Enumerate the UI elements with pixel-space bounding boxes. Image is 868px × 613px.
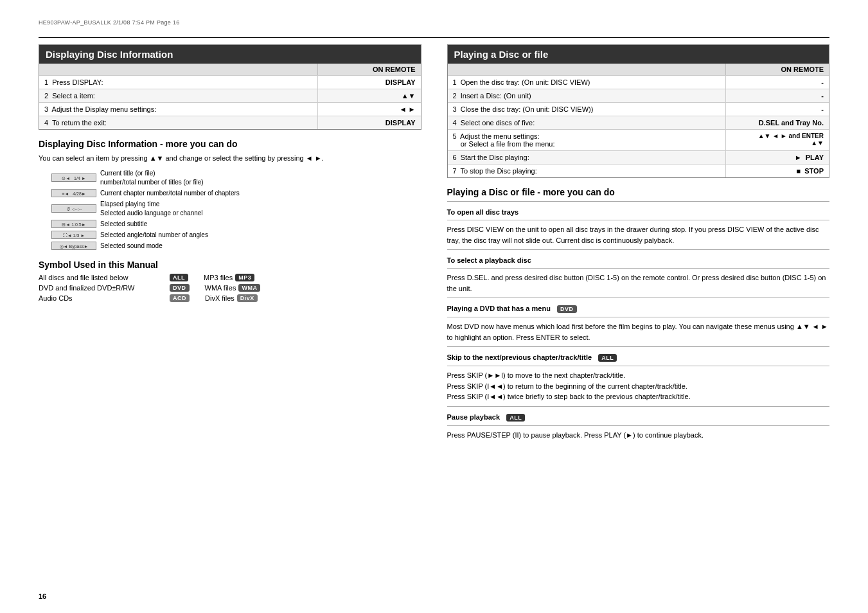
pause-title: Pause playback ALL <box>447 413 830 422</box>
r-step-row-5: 5 Adjust the menu settings: or Select a … <box>448 129 829 150</box>
angle-icon: ⛶◄ 1/3 ► <box>51 231 96 239</box>
r-step-7-text: 7 To stop the Disc playing: <box>448 164 727 177</box>
r-step-1-remote: - <box>726 76 829 89</box>
symbol-text-3: Audio CDs <box>39 294 167 302</box>
skip-title: Skip to the next/previous chapter/track/… <box>447 353 830 362</box>
step-1-remote: DISPLAY <box>318 76 421 89</box>
skip-text: Press SKIP (►►I) to move to the next cha… <box>447 370 830 402</box>
displaying-more-title: Displaying Disc Information - more you c… <box>39 139 421 149</box>
displaying-disc-info-title: Displaying Disc Information <box>46 49 173 60</box>
symbol-text-wma: WMA files <box>205 284 236 292</box>
divider-3 <box>447 249 830 250</box>
badge-all-inline: ALL <box>598 354 617 362</box>
icon-desc-4: Selected subtitle <box>100 220 147 229</box>
display-icons: ⊙◄ 1/4 ► Current title (or file)number/t… <box>51 169 421 251</box>
symbol-title: Symbol Used in this Manual <box>39 260 421 270</box>
header-line: HE903PAW-AP_BUSALLK 2/1/08 7:54 PM Page … <box>39 19 829 26</box>
subtitle-icon: ⊟◄ 1:0:5► <box>51 220 96 228</box>
icon-row-1: ⊙◄ 1/4 ► Current title (or file)number/t… <box>51 169 421 187</box>
sound-icon: ◎◄ Bypass► <box>51 242 96 250</box>
step-2-text: 2 Select a item: <box>39 89 318 102</box>
divider-7 <box>447 346 830 347</box>
badge-all: ALL <box>170 274 188 281</box>
open-all-trays-text: Press DISC VIEW on the unit to open all … <box>447 224 830 245</box>
r-step-row-4: 4 Select one discs of five: D.SEL and Tr… <box>448 116 829 129</box>
disc-title-icon: ⊙◄ 1/4 ► <box>51 173 96 182</box>
pause-text: Press PAUSE/STEP (II) to pause playback.… <box>447 430 830 441</box>
r-step-6-remote: ► PLAY <box>726 151 829 164</box>
r-step-row-3: 3 Close the disc tray: (On unit: DISC VI… <box>448 102 829 116</box>
badge-dvd: DVD <box>170 284 190 292</box>
divider-6 <box>447 317 830 317</box>
badge-acd: ACD <box>170 294 190 302</box>
select-playback-title: To select a playback disc <box>447 256 830 264</box>
r-step-row-2: 2 Insert a Disc: (On unit) - <box>448 89 829 102</box>
step-2-remote: ▲▼ <box>318 89 421 102</box>
step-1-text: 1 Press DISPLAY: <box>39 76 318 89</box>
symbol-text-2: DVD and finalized DVD±R/RW <box>39 284 167 292</box>
select-playback-text: Press D.SEL. and press desired disc butt… <box>447 272 830 294</box>
symbol-row-3: Audio CDs ACD DivX files DivX <box>39 294 421 302</box>
r-step-row-6: 6 Start the Disc playing: ► PLAY <box>448 150 829 164</box>
right-column: Playing a Disc or file ON REMOTE 1 Open … <box>447 44 830 444</box>
r-step-4-remote: D.SEL and Tray No. <box>726 116 829 129</box>
symbol-text-mp3: MP3 files <box>204 274 233 281</box>
step-row-3: 3 Adjust the Display menu settings: ◄ ► <box>39 102 421 116</box>
open-all-trays-title: To open all disc trays <box>447 208 830 216</box>
step-row-2: 2 Select a item: ▲▼ <box>39 89 421 102</box>
badge-divx: DivX <box>237 294 258 302</box>
step-col-header-r <box>448 64 727 75</box>
step-row-1: 1 Press DISPLAY: DISPLAY <box>39 75 421 89</box>
left-column: Displaying Disc Information ON REMOTE 1 … <box>39 44 421 444</box>
divider-8 <box>447 366 830 366</box>
top-border <box>39 37 829 38</box>
icon-desc-3: Elapsed playing timeSelected audio langu… <box>100 200 203 218</box>
badge-mp3: MP3 <box>235 274 254 281</box>
badge-wma: WMA <box>238 284 260 292</box>
icon-desc-2: Current chapter number/total number of c… <box>100 189 240 198</box>
symbol-section: Symbol Used in this Manual All discs and… <box>39 260 421 302</box>
playing-disc-title: Playing a Disc or file <box>454 49 549 60</box>
page-container: HE903PAW-AP_BUSALLK 2/1/08 7:54 PM Page … <box>0 0 868 613</box>
icon-row-6: ◎◄ Bypass► Selected sound mode <box>51 242 421 251</box>
r-step-row-1: 1 Open the disc tray: (On unit: DISC VIE… <box>448 75 829 89</box>
icon-row-5: ⛶◄ 1/3 ► Selected angle/total number of … <box>51 231 421 240</box>
divider-9 <box>447 406 830 407</box>
chapter-icon: ≡◄ 4/28► <box>51 189 96 197</box>
symbol-text-divx: DivX files <box>205 294 235 302</box>
displaying-disc-info-header: Displaying Disc Information <box>39 45 421 64</box>
on-remote-header-left: ON REMOTE <box>39 64 421 75</box>
step-col-header <box>39 64 318 75</box>
r-step-2-text: 2 Insert a Disc: (On unit) <box>448 89 727 102</box>
step-3-text: 3 Adjust the Display menu settings: <box>39 103 318 116</box>
step-row-4: 4 To return the exit: DISPLAY <box>39 116 421 129</box>
divider-5 <box>447 298 830 298</box>
icon-desc-6: Selected sound mode <box>100 242 163 251</box>
displaying-intro: You can select an item by pressing ▲▼ an… <box>39 153 421 164</box>
r-step-2-remote: - <box>726 89 829 102</box>
dvd-menu-text: Most DVD now have menus which load first… <box>447 321 830 342</box>
on-remote-header-right: ON REMOTE <box>448 64 829 75</box>
r-step-3-remote: - <box>726 103 829 116</box>
page-number: 16 <box>39 592 46 600</box>
r-step-6-text: 6 Start the Disc playing: <box>448 151 727 164</box>
divider-10 <box>447 425 830 426</box>
remote-col-header-r: ON REMOTE <box>726 64 829 75</box>
dvd-menu-title: Playing a DVD that has a menu DVD <box>447 305 830 313</box>
badge-dvd-inline: DVD <box>557 305 577 313</box>
playing-disc-header: Playing a Disc or file <box>448 45 829 64</box>
two-col-layout: Displaying Disc Information ON REMOTE 1 … <box>39 44 829 444</box>
symbol-text-1: All discs and file listed below <box>39 274 167 281</box>
symbol-row-1: All discs and file listed below ALL MP3 … <box>39 274 421 281</box>
r-step-1-text: 1 Open the disc tray: (On unit: DISC VIE… <box>448 76 727 89</box>
icon-row-2: ≡◄ 4/28► Current chapter number/total nu… <box>51 189 421 198</box>
r-step-5-text: 5 Adjust the menu settings: or Select a … <box>448 130 727 150</box>
icon-row-3: ⏱ -:--:-- Elapsed playing timeSelected a… <box>51 200 421 218</box>
step-3-remote: ◄ ► <box>318 103 421 116</box>
step-4-text: 4 To return the exit: <box>39 116 318 129</box>
step-4-remote: DISPLAY <box>318 116 421 129</box>
elapsed-icon: ⏱ -:--:-- <box>51 204 96 213</box>
badge-all-pause: ALL <box>506 414 525 422</box>
divider-1 <box>447 201 830 202</box>
r-step-4-text: 4 Select one discs of five: <box>448 116 727 129</box>
